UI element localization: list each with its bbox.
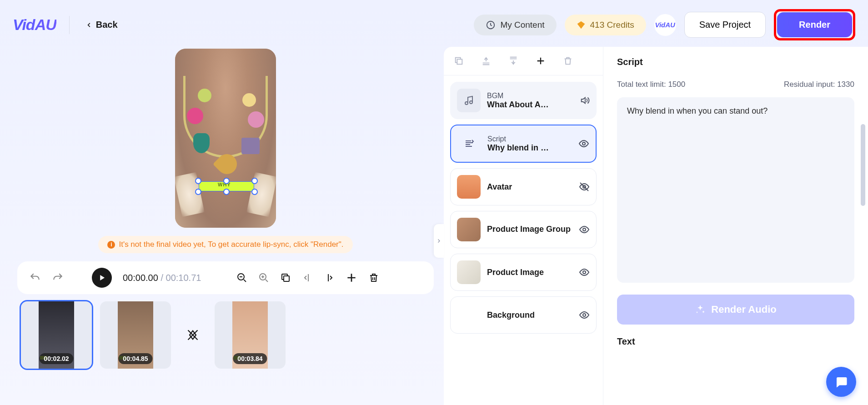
logo: VidAU xyxy=(13,16,56,34)
copy-button[interactable] xyxy=(280,272,291,283)
zoom-in-button[interactable] xyxy=(258,272,269,283)
layer-background[interactable]: Background xyxy=(450,296,597,334)
clip-duration: 00:02.02 xyxy=(39,353,73,364)
render-button[interactable]: Render xyxy=(777,12,852,37)
add-layer-button[interactable] xyxy=(536,56,546,66)
credits-label: 413 Credits xyxy=(590,20,634,30)
clock-icon xyxy=(486,20,496,30)
chevron-right-icon xyxy=(436,238,442,244)
sparkle-icon xyxy=(695,304,706,315)
play-icon xyxy=(98,274,106,282)
layer-list: BGM What About A… Script Why blend in … xyxy=(444,75,603,340)
time-display: 00:00.00 / 00:10.71 xyxy=(123,273,201,283)
play-button[interactable] xyxy=(92,268,112,288)
layer-title: Why blend in … xyxy=(487,143,572,153)
transition-button[interactable] xyxy=(179,301,206,369)
back-button[interactable]: Back xyxy=(86,20,118,30)
collapse-tab[interactable] xyxy=(434,224,444,258)
layers-panel: BGM What About A… Script Why blend in … xyxy=(444,47,603,405)
script-icon xyxy=(457,132,481,155)
time-current: 00:00.00 xyxy=(123,273,158,283)
render-audio-label: Render Audio xyxy=(711,304,776,315)
my-content-label: My Content xyxy=(500,20,544,30)
panel-title: Script xyxy=(617,57,854,67)
resize-handle[interactable] xyxy=(223,189,230,195)
zoom-out-button[interactable] xyxy=(236,272,247,283)
resize-handle[interactable] xyxy=(195,178,201,184)
editor-column: WHY i It's not the final video yet, To g… xyxy=(7,47,444,405)
eye-icon[interactable] xyxy=(579,224,590,235)
save-project-button[interactable]: Save Project xyxy=(684,12,766,38)
layer-avatar[interactable]: Avatar xyxy=(450,168,597,205)
svg-point-7 xyxy=(582,142,585,145)
product-group-thumb xyxy=(457,218,481,241)
resize-handle[interactable] xyxy=(251,178,258,184)
split-right-button[interactable] xyxy=(324,272,335,283)
clip-item[interactable]: 00:03.84 xyxy=(215,301,286,369)
scrollbar[interactable] xyxy=(861,124,865,206)
hint-text: It's not the final video yet, To get acc… xyxy=(119,240,343,249)
clip-duration: 00:04.85 xyxy=(118,353,152,364)
render-audio-button[interactable]: Render Audio xyxy=(617,295,854,325)
header: VidAU Back My Content 413 Credits VidAU … xyxy=(0,0,868,47)
script-panel: Script Total text limit: 1500 Residual i… xyxy=(603,47,868,405)
script-meta: Total text limit: 1500 Residual input: 1… xyxy=(617,80,854,89)
svg-point-9 xyxy=(583,228,586,231)
delete-button[interactable] xyxy=(368,272,379,283)
clip-item[interactable]: 00:02.02 xyxy=(21,301,92,369)
residual-input: Residual input: 1330 xyxy=(784,80,854,89)
layer-title: What About A… xyxy=(487,100,573,110)
layer-script[interactable]: Script Why blend in … xyxy=(450,125,597,163)
chat-fab[interactable] xyxy=(826,367,856,397)
layer-title: Product Image Group xyxy=(487,225,572,235)
resize-handle[interactable] xyxy=(223,178,230,184)
send-backward-button[interactable] xyxy=(508,56,518,66)
layer-title: Product Image xyxy=(487,268,572,277)
resize-handle[interactable] xyxy=(195,189,201,195)
render-hint: i It's not the final video yet, To get a… xyxy=(98,236,352,253)
split-left-button[interactable] xyxy=(302,272,313,283)
render-highlight: Render xyxy=(774,9,855,40)
credits-pill[interactable]: 413 Credits xyxy=(565,15,646,35)
my-content-button[interactable]: My Content xyxy=(474,15,556,35)
eye-off-icon[interactable] xyxy=(579,181,590,192)
resize-handle[interactable] xyxy=(251,189,258,195)
undo-button[interactable] xyxy=(29,272,41,284)
time-total: 00:10.71 xyxy=(166,273,201,283)
divider xyxy=(69,16,70,34)
diamond-icon xyxy=(577,20,586,30)
duplicate-button[interactable] xyxy=(454,56,464,66)
layer-title: Avatar xyxy=(487,182,572,192)
product-thumb xyxy=(457,260,481,284)
layer-bgm[interactable]: BGM What About A… xyxy=(450,82,597,119)
svg-point-10 xyxy=(583,271,586,274)
chevron-left-icon xyxy=(86,22,92,28)
eye-icon[interactable] xyxy=(579,267,590,278)
svg-rect-3 xyxy=(284,276,289,281)
layer-label: Script xyxy=(487,135,572,143)
clip-duration: 00:03.84 xyxy=(233,353,267,364)
delete-layer-button[interactable] xyxy=(563,56,573,66)
info-icon: i xyxy=(107,241,115,249)
brand-badge[interactable]: VidAU xyxy=(654,14,676,36)
eye-icon[interactable] xyxy=(579,310,590,320)
script-textarea[interactable] xyxy=(617,97,854,283)
bring-forward-button[interactable] xyxy=(481,56,491,66)
layer-toolbar xyxy=(444,47,603,75)
layer-product-image-group[interactable]: Product Image Group xyxy=(450,211,597,248)
add-button[interactable] xyxy=(346,272,357,284)
clip-item[interactable]: 00:04.85 xyxy=(100,301,171,369)
preview-canvas[interactable]: WHY xyxy=(175,49,276,228)
layer-title: Background xyxy=(487,310,572,320)
redo-button[interactable] xyxy=(52,272,64,284)
svg-rect-4 xyxy=(457,59,462,64)
layer-label: BGM xyxy=(487,92,573,100)
layer-product-image[interactable]: Product Image xyxy=(450,254,597,291)
canvas-wrap: WHY xyxy=(175,49,276,228)
text-section-title: Text xyxy=(617,336,854,347)
volume-icon[interactable] xyxy=(580,95,590,105)
eye-icon[interactable] xyxy=(578,138,589,149)
clip-strip: 00:02.02 00:04.85 00:03.84 xyxy=(7,294,444,376)
background-thumb xyxy=(457,303,481,327)
back-label: Back xyxy=(96,20,118,30)
